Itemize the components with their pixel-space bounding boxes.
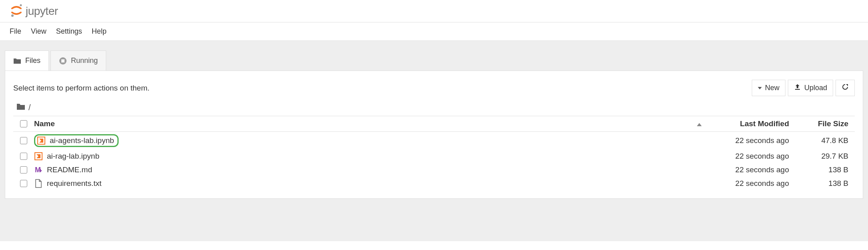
tab-running[interactable]: Running [50, 50, 106, 71]
breadcrumb-root[interactable]: / [28, 103, 31, 112]
tab-running-label: Running [71, 56, 98, 65]
sort-indicator[interactable] [691, 119, 707, 128]
file-link[interactable]: README.md [47, 165, 92, 174]
file-browser-panel: Select items to perform actions on them.… [5, 71, 863, 199]
markdown-icon: M [34, 165, 43, 174]
new-button-label: New [765, 84, 779, 92]
file-modified: 22 seconds ago [707, 165, 795, 174]
svg-point-1 [11, 14, 14, 17]
file-link[interactable]: ai-agents-lab.ipynb [50, 136, 114, 145]
file-checkbox[interactable] [20, 137, 27, 144]
file-checkbox[interactable] [20, 166, 27, 173]
menu-view[interactable]: View [31, 27, 46, 36]
new-button[interactable]: New [752, 80, 785, 96]
file-link[interactable]: ai-rag-lab.ipynb [47, 152, 99, 161]
toolbar-hint: Select items to perform actions on them. [13, 84, 149, 93]
content-area: Files Running Select items to perform ac… [0, 41, 868, 241]
file-checkbox[interactable] [20, 153, 27, 160]
file-rows: ai-agents-lab.ipynb22 seconds ago47.8 KB… [13, 132, 855, 190]
file-list-header: Name Last Modified File Size [13, 116, 855, 132]
upload-button-label: Upload [804, 84, 827, 92]
file-row: MREADME.md22 seconds ago138 B [13, 163, 855, 177]
file-checkbox[interactable] [20, 180, 27, 187]
jupyter-icon [10, 4, 23, 18]
svg-rect-3 [61, 59, 65, 62]
column-size[interactable]: File Size [795, 119, 852, 128]
tabs: Files Running [5, 50, 863, 71]
toolbar-buttons: New Upload [752, 80, 855, 96]
file-row: requirements.txt22 seconds ago138 B [13, 177, 855, 190]
file-row: ai-agents-lab.ipynb22 seconds ago47.8 KB [13, 132, 855, 149]
file-size: 29.7 KB [795, 152, 852, 161]
notebook-icon [34, 152, 43, 161]
notebook-icon [37, 136, 46, 145]
upload-icon [794, 83, 801, 93]
stop-icon [59, 57, 67, 65]
svg-text:M: M [35, 166, 41, 174]
file-modified: 22 seconds ago [707, 136, 795, 145]
header: jupyter [0, 0, 868, 22]
caret-down-icon [758, 87, 762, 89]
column-modified[interactable]: Last Modified [707, 119, 795, 128]
select-all-checkbox[interactable] [20, 120, 27, 127]
file-row: ai-rag-lab.ipynb22 seconds ago29.7 KB [13, 149, 855, 163]
menu-help[interactable]: Help [92, 27, 107, 36]
upload-button[interactable]: Upload [788, 80, 833, 96]
file-name-cell: requirements.txt [31, 179, 691, 188]
svg-point-0 [20, 4, 22, 6]
breadcrumb[interactable]: / [13, 103, 855, 113]
menu-settings[interactable]: Settings [56, 27, 82, 36]
file-link[interactable]: requirements.txt [47, 179, 101, 188]
file-icon [34, 179, 43, 188]
toolbar-row: Select items to perform actions on them.… [13, 80, 855, 96]
folder-icon [16, 103, 25, 113]
highlight-box: ai-agents-lab.ipynb [34, 134, 119, 147]
refresh-icon [842, 83, 849, 93]
file-size: 138 B [795, 179, 852, 188]
file-modified: 22 seconds ago [707, 179, 795, 188]
svg-rect-4 [795, 89, 800, 90]
tab-files[interactable]: Files [5, 50, 49, 71]
sort-ascending-icon [697, 123, 702, 126]
file-modified: 22 seconds ago [707, 152, 795, 161]
column-name[interactable]: Name [31, 119, 691, 128]
folder-icon [13, 57, 21, 65]
menubar: File View Settings Help [0, 22, 868, 41]
menu-file[interactable]: File [10, 27, 21, 36]
jupyter-logo-text: jupyter [26, 5, 58, 18]
refresh-button[interactable] [836, 80, 855, 96]
file-size: 47.8 KB [795, 136, 852, 145]
jupyter-logo[interactable]: jupyter [10, 4, 58, 18]
file-name-cell: MREADME.md [31, 165, 691, 174]
file-name-cell: ai-rag-lab.ipynb [31, 152, 691, 161]
tab-files-label: Files [25, 56, 40, 65]
file-name-cell: ai-agents-lab.ipynb [31, 134, 691, 147]
file-size: 138 B [795, 165, 852, 174]
